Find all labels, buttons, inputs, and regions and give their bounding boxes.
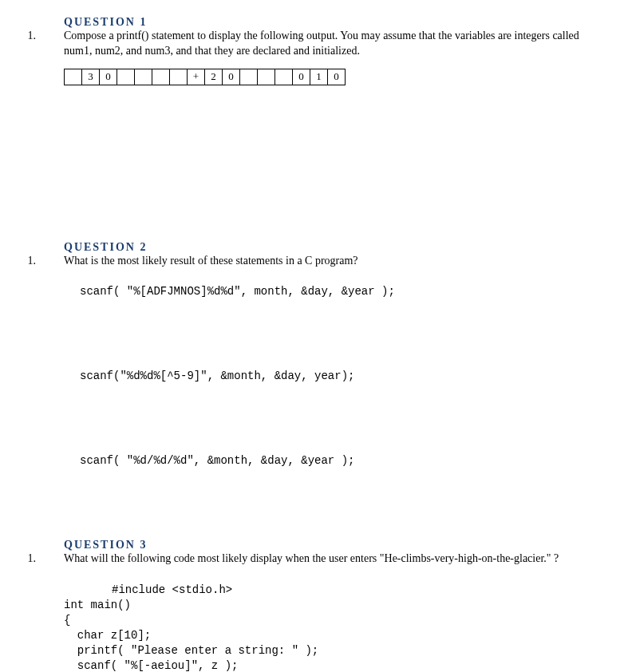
cell (65, 69, 82, 85)
question-1-title: QUESTION 1 (64, 16, 147, 28)
question-3-number: 1. (24, 552, 44, 565)
cell (152, 69, 170, 85)
code-line: char z[10]; (64, 629, 151, 642)
code-line: printf( "Please enter a string: " ); (64, 644, 318, 657)
question-3-title: QUESTION 3 (64, 539, 147, 551)
cell (170, 69, 188, 85)
question-1-number: 1. (24, 30, 44, 42)
code-line: #include <stdio.h> (64, 583, 232, 596)
question-3-prompt-row: 1. What will the following code most lik… (24, 551, 600, 567)
cell (240, 69, 258, 85)
question-2-prompt-row: 1. What is the most likely result of the… (24, 254, 600, 269)
question-2: QUESTION 2 1. What is the most likely re… (24, 117, 600, 467)
question-2-prompt: What is the most likely result of these … (44, 254, 358, 269)
question-1-cell-table: 3 0 + 2 0 0 1 0 (64, 69, 346, 85)
cell (117, 69, 135, 85)
cell: 0 (328, 69, 346, 85)
code-line: scanf( "%[-aeiou]", z ); (64, 659, 238, 672)
question-2-title: QUESTION 2 (64, 241, 147, 253)
question-3: QUESTION 3 1. What will the following co… (24, 499, 600, 672)
question-1-prompt: Compose a printf() statement to display … (44, 29, 600, 59)
cell: + (188, 69, 205, 85)
cell (135, 69, 152, 85)
question-2-number: 1. (24, 255, 44, 267)
cell: 0 (223, 69, 240, 85)
cell (275, 69, 293, 85)
cell: 0 (293, 69, 310, 85)
question-2-code-2: scanf("%d%d%[^5-9]", &month, &day, year)… (80, 370, 600, 382)
question-1-prompt-row: 1. Compose a printf() statement to displ… (24, 29, 600, 59)
question-2-code-1: scanf( "%[ADFJMNOS]%d%d", month, &day, &… (80, 285, 600, 298)
cell: 1 (310, 69, 328, 85)
question-1: QUESTION 1 1. Compose a printf() stateme… (24, 16, 600, 85)
cell: 3 (82, 69, 100, 85)
code-line: int main() (64, 599, 131, 611)
code-line: { (64, 614, 70, 627)
question-3-code: #include <stdio.h> int main() { char z[1… (64, 568, 600, 672)
cell: 0 (100, 69, 117, 85)
question-3-prompt: What will the following code most likely… (44, 551, 559, 567)
question-2-code-3: scanf( "%d/%d/%d", &month, &day, &year )… (80, 454, 600, 467)
cell: 2 (205, 69, 223, 85)
cell (258, 69, 275, 85)
